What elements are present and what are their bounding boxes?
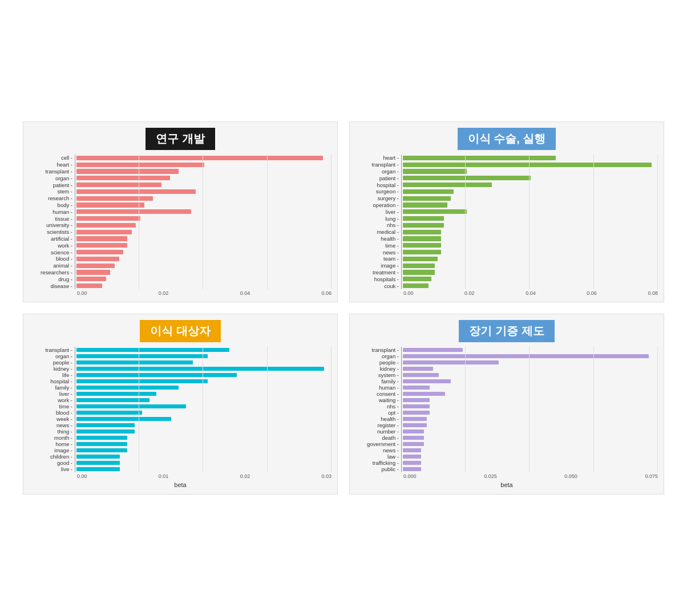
bar-1-1	[76, 163, 204, 167]
y-label-2-12: health -	[355, 236, 399, 242]
y-label-3-3: kidney -	[29, 366, 72, 372]
y-label-4-18: trafficking -	[355, 460, 399, 466]
bar-2-5	[403, 189, 454, 194]
bar-4-16	[403, 448, 421, 453]
y-label-1-10: university -	[29, 222, 72, 229]
beta-label-3: beta	[174, 481, 186, 488]
bar-row-1-16	[76, 262, 332, 269]
bar-row-2-17	[403, 269, 658, 276]
y-label-3-18: good -	[29, 460, 72, 466]
bar-2-13	[403, 243, 441, 248]
bar-2-10	[403, 223, 444, 228]
bar-row-3-13	[76, 428, 332, 435]
y-label-2-0: heart -	[355, 155, 399, 161]
bar-row-3-15	[76, 441, 332, 447]
bar-1-8	[76, 209, 191, 214]
x-label-1-2: 0.04	[240, 290, 250, 296]
bar-3-0	[76, 348, 229, 352]
y-label-3-10: blood -	[29, 410, 72, 416]
y-label-1-13: work -	[29, 242, 72, 249]
y-label-3-5: hospital -	[29, 378, 72, 384]
y-label-2-16: image -	[355, 262, 399, 269]
bar-row-1-15	[76, 256, 332, 262]
bar-3-17	[76, 455, 120, 459]
bar-4-7	[403, 392, 445, 396]
x-label-2-3: 0.06	[587, 290, 597, 296]
bar-row-1-1	[76, 161, 332, 168]
bar-row-1-18	[76, 275, 332, 282]
y-label-4-0: transplant -	[355, 347, 399, 353]
bar-2-15	[403, 257, 438, 261]
y-label-1-17: researchers -	[29, 269, 72, 276]
y-label-1-3: organ -	[29, 175, 72, 181]
bar-1-19	[76, 283, 102, 288]
bar-row-1-7	[76, 202, 332, 209]
bar-2-19	[403, 283, 429, 288]
bar-2-12	[403, 236, 441, 241]
bar-3-10	[76, 411, 142, 415]
y-label-3-4: life -	[29, 372, 72, 378]
bars-area-1	[75, 155, 332, 289]
y-label-1-4: patient -	[29, 181, 72, 188]
bar-row-1-19	[76, 282, 332, 289]
x-label-3-0: 0.00	[77, 473, 87, 479]
bar-3-19	[76, 467, 120, 472]
bar-row-3-17	[76, 453, 332, 460]
bar-row-1-13	[76, 242, 332, 249]
bar-4-19	[403, 467, 421, 472]
bar-2-17	[403, 270, 435, 274]
bar-row-2-12	[403, 236, 658, 242]
y-label-4-6: human -	[355, 384, 399, 391]
y-label-3-7: liver -	[29, 391, 72, 397]
y-label-1-6: research -	[29, 195, 72, 202]
y-label-1-5: stem -	[29, 188, 72, 195]
y-label-4-5: family -	[355, 378, 399, 384]
bar-4-5	[403, 379, 451, 384]
bar-row-1-0	[76, 155, 332, 161]
y-label-1-19: disease -	[29, 282, 72, 289]
bar-row-3-19	[76, 466, 332, 472]
x-label-4-0: 0.000	[403, 473, 417, 479]
bar-1-10	[76, 223, 136, 228]
y-label-3-11: week -	[29, 416, 72, 422]
y-label-3-1: organ -	[29, 353, 72, 359]
bar-row-2-13	[403, 242, 658, 249]
bar-3-5	[76, 379, 208, 384]
bar-1-16	[76, 264, 115, 268]
bar-row-3-12	[76, 422, 332, 428]
bar-row-4-15	[403, 441, 658, 447]
bar-row-4-6	[403, 384, 658, 391]
y-label-4-1: organ -	[355, 353, 399, 359]
bar-row-1-12	[76, 236, 332, 242]
bar-2-6	[403, 196, 451, 201]
bar-row-4-10	[403, 410, 658, 416]
chart-panel-1: 연구 개발cell -heart -transplant -organ -pat…	[23, 121, 338, 302]
bar-1-18	[76, 277, 106, 281]
y-label-2-17: treatment -	[355, 269, 399, 276]
bar-2-1	[403, 163, 652, 167]
bar-row-1-4	[76, 181, 332, 188]
y-label-4-4: system -	[355, 372, 399, 378]
bar-row-4-14	[403, 435, 658, 441]
bar-row-4-5	[403, 378, 658, 384]
bar-row-4-8	[403, 397, 658, 403]
y-label-1-18: drug -	[29, 275, 72, 282]
bars-area-4	[401, 347, 658, 472]
y-label-1-2: transplant -	[29, 168, 72, 175]
x-label-3-2: 0.02	[240, 473, 250, 479]
y-label-1-8: human -	[29, 208, 72, 215]
y-label-2-6: surgery -	[355, 195, 399, 202]
x-axis-4: 0.0000.0250.0500.075	[355, 473, 658, 479]
bar-4-2	[403, 360, 499, 365]
y-label-4-11: health -	[355, 416, 399, 422]
y-label-4-15: government -	[355, 441, 399, 447]
y-label-3-8: work -	[29, 397, 72, 403]
bar-row-4-16	[403, 447, 658, 453]
bar-row-4-3	[403, 366, 658, 372]
x-axis-1: 0.000.020.040.06	[29, 290, 332, 296]
beta-label-4: beta	[500, 481, 512, 488]
bar-row-1-11	[76, 229, 332, 236]
y-label-4-19: public -	[355, 466, 399, 472]
y-label-4-14: death -	[355, 435, 399, 441]
bar-1-9	[76, 216, 140, 221]
